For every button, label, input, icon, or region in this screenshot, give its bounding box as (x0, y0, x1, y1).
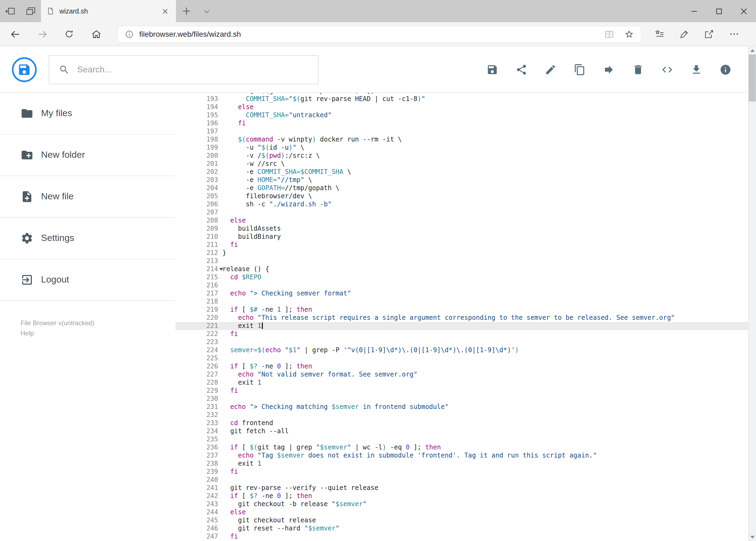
code-line[interactable]: exit 1 (222, 322, 756, 330)
favorite-button[interactable] (624, 29, 634, 39)
code-line[interactable] (222, 338, 756, 346)
code-editor[interactable]: 1921931941951961971981992002012022032042… (175, 93, 756, 541)
gutter-line-number[interactable]: 212 (175, 249, 222, 257)
browser-tab[interactable]: wizard.sh (41, 0, 176, 22)
hub-button[interactable] (648, 24, 671, 44)
code-line[interactable]: if [ $? -ne 0 ]; then (222, 362, 756, 370)
gutter-line-number[interactable]: 238 (175, 460, 222, 468)
gutter-line-number[interactable]: 225 (175, 354, 222, 362)
code-line[interactable]: exit 1 (222, 379, 756, 387)
search-input[interactable] (77, 65, 308, 74)
sidebar-item-logout[interactable]: Logout (0, 259, 175, 301)
gutter-line-number[interactable]: 247 (175, 533, 222, 541)
code-line[interactable]: if [ $? -ne 0 ]; then (222, 492, 756, 500)
code-line[interactable]: sh -c "./wizard.sh -b" (222, 201, 756, 209)
code-line[interactable]: COMMIT_SHA="$(git rev-parse HEAD | cut -… (222, 95, 756, 103)
sidebar-item-my-files[interactable]: My files (0, 93, 175, 135)
code-line[interactable]: echo "Not valid semver format. See semve… (222, 370, 756, 379)
gutter-line-number[interactable]: 217 (175, 289, 222, 297)
app-logo[interactable] (12, 57, 37, 82)
code-line[interactable]: git rev-parse --verify --quiet release (222, 484, 756, 492)
tab-preview-button[interactable] (21, 0, 41, 22)
sidebar-item-new-folder[interactable]: New folder (0, 135, 175, 176)
set-tabs-aside-button[interactable] (0, 0, 21, 22)
code-line[interactable]: git checkout release (222, 516, 756, 525)
tab-close-button[interactable] (160, 6, 170, 16)
gutter-line-number[interactable]: 223 (175, 338, 222, 346)
gutter-line-number[interactable]: 196 (175, 119, 222, 128)
sidebar-item-new-file[interactable]: New file (0, 176, 175, 218)
code-line[interactable]: echo "> Checking matching $semver in fro… (222, 403, 756, 411)
code-line[interactable]: COMMIT_SHA="untracked" (222, 111, 756, 119)
gutter-line-number[interactable]: 213 (175, 257, 222, 265)
code-line[interactable] (222, 257, 756, 265)
code-line[interactable]: if [ $(git tag | grep "$semver" | wc -l)… (222, 443, 756, 452)
home-button[interactable] (84, 24, 108, 44)
web-note-button[interactable] (672, 24, 696, 44)
gutter-line-number[interactable]: 195 (175, 111, 222, 119)
code-line[interactable]: git fetch --all (222, 427, 756, 435)
gutter-line-number[interactable]: 209 (175, 225, 222, 233)
gutter-line-number[interactable]: 230 (175, 395, 222, 403)
gutter-line-number[interactable]: 227 (175, 370, 222, 379)
gutter-line-number[interactable]: 208 (175, 217, 222, 225)
code-line[interactable] (222, 281, 756, 289)
copy-button[interactable] (574, 64, 586, 75)
gutter-line-number[interactable]: 204 (175, 184, 222, 192)
gutter-line-number[interactable]: 243 (175, 500, 222, 508)
code-line[interactable]: else (222, 508, 756, 516)
code-line[interactable] (222, 435, 756, 443)
code-line[interactable]: fi (222, 387, 756, 395)
code-line[interactable] (222, 476, 756, 484)
code-line[interactable]: -e HOME="//tmp" \ (222, 176, 756, 184)
info-button[interactable] (719, 64, 731, 75)
gutter-line-number[interactable]: 236 (175, 443, 222, 452)
gutter-line-number[interactable]: 199 (175, 144, 222, 152)
gutter-line-number[interactable]: 215 (175, 273, 222, 281)
code-line[interactable]: exit 1 (222, 460, 756, 468)
code-line[interactable]: -v /$(pwd):/src:z \ (222, 152, 756, 160)
gutter-line-number[interactable]: 244 (175, 508, 222, 516)
gutter-line-number[interactable]: 229 (175, 387, 222, 395)
gutter-line-number[interactable]: 239 (175, 468, 222, 476)
share-page-button[interactable] (697, 24, 721, 44)
reading-view-button[interactable] (604, 29, 614, 39)
gutter-line-number[interactable]: 224 (175, 346, 222, 354)
code-line[interactable]: fi (222, 119, 756, 128)
code-line[interactable]: -w //src \ (222, 160, 756, 168)
code-line[interactable] (222, 209, 756, 217)
code-line[interactable]: fi (222, 468, 756, 476)
gutter-line-number[interactable]: 234 (175, 427, 222, 435)
gutter-line-number[interactable]: 219 (175, 306, 222, 314)
code-line[interactable] (222, 411, 756, 419)
save-button[interactable] (486, 64, 498, 75)
code-line[interactable]: echo "> Checking semver format" (222, 289, 756, 297)
gutter-line-number[interactable]: 198 (175, 136, 222, 144)
gutter-line-number[interactable]: 237 (175, 452, 222, 460)
gutter-line-number[interactable]: 201 (175, 160, 222, 168)
minimize-button[interactable] (681, 0, 706, 22)
gutter-line-number[interactable]: 193 (175, 95, 222, 103)
code-line[interactable]: git reset --hard "$semver" (222, 525, 756, 533)
raw-view-button[interactable] (661, 64, 673, 75)
gutter-line-number[interactable]: 245 (175, 516, 222, 525)
gutter-line-number[interactable]: 222 (175, 330, 222, 338)
back-button[interactable] (3, 24, 27, 44)
code-line[interactable]: fi (222, 533, 756, 541)
code-line[interactable]: cd frontend (222, 419, 756, 427)
gutter-line-number[interactable]: 205 (175, 192, 222, 201)
gutter-line-number[interactable]: 211 (175, 241, 222, 249)
fold-toggle-icon[interactable] (219, 268, 223, 270)
code-line[interactable]: $(command -v winpty) docker run --rm -it… (222, 136, 756, 144)
scroll-up-button[interactable] (748, 46, 756, 55)
code-line[interactable]: fi (222, 330, 756, 338)
code-line[interactable]: buildAssets (222, 225, 756, 233)
gutter-line-number[interactable]: 233 (175, 419, 222, 427)
gutter-line-number[interactable]: 207 (175, 209, 222, 217)
code-line[interactable]: fi (222, 241, 756, 249)
more-button[interactable] (722, 24, 746, 44)
gutter-line-number[interactable]: 203 (175, 176, 222, 184)
help-link[interactable]: Help (21, 328, 175, 338)
forward-button[interactable] (30, 24, 54, 44)
gutter-line-number[interactable]: 231 (175, 403, 222, 411)
